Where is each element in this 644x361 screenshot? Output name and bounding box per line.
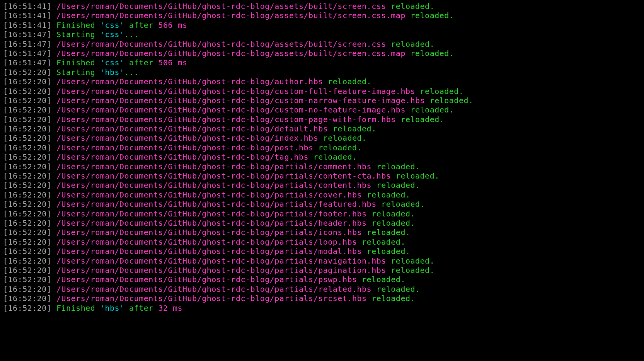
status-reloaded: reloaded. [371,209,415,218]
bracket-close: ] [47,162,56,171]
log-line: [16:51:47] /Users/roman/Documents/GitHub… [3,39,641,49]
ellipsis: ... [124,68,139,77]
bracket-close: ] [47,39,56,49]
timestamp: 16:52:20 [8,199,47,209]
file-path: /Users/roman/Documents/GitHub/ghost-rdc-… [56,133,318,143]
log-line: [16:52:20] /Users/roman/Documents/GitHub… [3,209,641,218]
log-line: [16:51:41] Finished 'css' after 566 ms [3,20,641,30]
file-path: /Users/roman/Documents/GitHub/ghost-rdc-… [56,77,323,86]
bracket-open: [ [3,171,8,180]
file-path: /Users/roman/Documents/GitHub/ghost-rdc-… [56,87,415,96]
bracket-open: [ [3,30,8,39]
file-path: /Users/roman/Documents/GitHub/ghost-rdc-… [56,256,386,266]
file-path: /Users/roman/Documents/GitHub/ghost-rdc-… [56,49,405,58]
log-line: [16:51:47] /Users/roman/Documents/GitHub… [3,49,641,58]
finished-label: Finished [56,58,95,67]
timestamp: 16:52:20 [8,87,47,96]
bracket-open: [ [3,209,8,218]
status-reloaded: reloaded. [377,180,420,190]
bracket-open: [ [3,190,8,199]
file-path: /Users/roman/Documents/GitHub/ghost-rdc-… [56,275,357,284]
status-reloaded: reloaded. [377,162,420,171]
bracket-close: ] [47,237,56,247]
file-path: /Users/roman/Documents/GitHub/ghost-rdc-… [56,237,357,247]
bracket-open: [ [3,294,8,303]
status-reloaded: reloaded. [367,247,411,256]
bracket-open: [ [3,247,8,256]
bracket-open: [ [3,199,8,209]
status-reloaded: reloaded. [367,190,411,199]
status-reloaded: reloaded. [410,11,454,20]
file-path: /Users/roman/Documents/GitHub/ghost-rdc-… [56,2,386,11]
status-reloaded: reloaded. [377,284,420,294]
status-reloaded: reloaded. [410,105,454,114]
starting-label: Starting [56,30,95,39]
bracket-open: [ [3,303,8,313]
bracket-open: [ [3,237,8,247]
log-line: [16:52:20] Starting 'hbs'... [3,68,641,77]
log-line: [16:52:20] /Users/roman/Documents/GitHub… [3,190,641,199]
status-reloaded: reloaded. [391,266,434,275]
bracket-close: ] [47,68,56,77]
status-reloaded: reloaded. [420,87,464,96]
file-path: /Users/roman/Documents/GitHub/ghost-rdc-… [56,39,386,49]
bracket-close: ] [47,209,56,218]
status-reloaded: reloaded. [391,39,434,49]
log-line: [16:51:41] /Users/roman/Documents/GitHub… [3,2,641,11]
log-line: [16:52:20] /Users/roman/Documents/GitHub… [3,162,641,171]
status-reloaded: reloaded. [410,49,454,58]
file-path: /Users/roman/Documents/GitHub/ghost-rdc-… [56,124,328,133]
timestamp: 16:52:20 [8,228,47,237]
bracket-open: [ [3,266,8,275]
bracket-close: ] [47,294,56,303]
timestamp: 16:52:20 [8,162,47,171]
status-reloaded: reloaded. [367,228,411,237]
bracket-close: ] [47,284,56,294]
duration: 506 ms [158,58,187,67]
file-path: /Users/roman/Documents/GitHub/ghost-rdc-… [56,284,371,294]
log-line: [16:52:20] /Users/roman/Documents/GitHub… [3,284,641,294]
timestamp: 16:51:47 [8,39,47,49]
log-line: [16:52:20] /Users/roman/Documents/GitHub… [3,256,641,266]
bracket-open: [ [3,105,8,114]
timestamp: 16:52:20 [8,303,47,313]
file-path: /Users/roman/Documents/GitHub/ghost-rdc-… [56,171,391,180]
terminal-output[interactable]: [16:51:41] /Users/roman/Documents/GitHub… [3,2,641,313]
log-line: [16:52:20] /Users/roman/Documents/GitHub… [3,171,641,180]
status-reloaded: reloaded. [391,2,434,11]
status-reloaded: reloaded. [313,152,357,162]
file-path: /Users/roman/Documents/GitHub/ghost-rdc-… [56,294,367,303]
log-line: [16:52:20] /Users/roman/Documents/GitHub… [3,228,641,237]
bracket-open: [ [3,124,8,133]
timestamp: 16:52:20 [8,247,47,256]
bracket-open: [ [3,68,8,77]
bracket-open: [ [3,180,8,190]
bracket-close: ] [47,218,56,228]
bracket-open: [ [3,77,8,86]
bracket-open: [ [3,20,8,30]
timestamp: 16:52:20 [8,143,47,152]
file-path: /Users/roman/Documents/GitHub/ghost-rdc-… [56,228,362,237]
status-reloaded: reloaded. [400,115,444,124]
timestamp: 16:52:20 [8,77,47,86]
file-path: /Users/roman/Documents/GitHub/ghost-rdc-… [56,209,367,218]
starting-label: Starting [56,68,95,77]
timestamp: 16:52:20 [8,68,47,77]
log-line: [16:52:20] /Users/roman/Documents/GitHub… [3,115,641,124]
bracket-close: ] [47,247,56,256]
log-line: [16:52:20] /Users/roman/Documents/GitHub… [3,266,641,275]
bracket-open: [ [3,87,8,96]
timestamp: 16:52:20 [8,190,47,199]
bracket-open: [ [3,39,8,49]
status-reloaded: reloaded. [318,143,362,152]
timestamp: 16:52:20 [8,294,47,303]
task-name: 'hbs' [100,303,124,313]
timestamp: 16:52:20 [8,284,47,294]
bracket-open: [ [3,228,8,237]
status-reloaded: reloaded. [362,237,405,247]
log-line: [16:52:20] /Users/roman/Documents/GitHub… [3,96,641,105]
bracket-close: ] [47,266,56,275]
file-path: /Users/roman/Documents/GitHub/ghost-rdc-… [56,218,367,228]
status-reloaded: reloaded. [328,77,371,86]
timestamp: 16:52:20 [8,152,47,162]
